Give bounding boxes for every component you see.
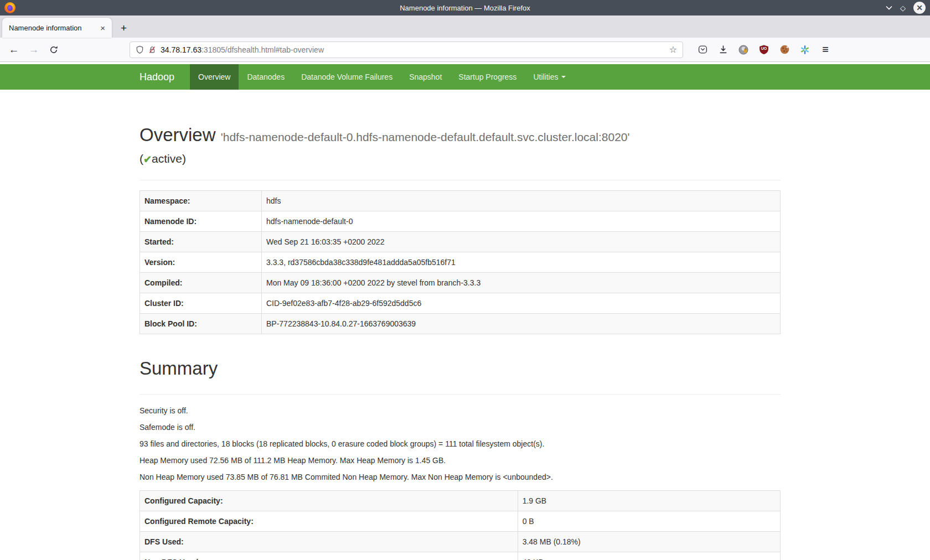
row-label: Block Pool ID: bbox=[140, 314, 262, 334]
maximize-icon[interactable]: ◇ bbox=[900, 4, 906, 12]
url-bar[interactable]: 34.78.17.63:31805/dfshealth.html#tab-ove… bbox=[130, 42, 683, 58]
new-tab-button[interactable]: + bbox=[112, 22, 133, 38]
page-content: Hadoop Overview Datanodes Datanode Volum… bbox=[0, 64, 930, 560]
row-value: 3.3.3, rd37586cbda38c338d9fe481addda5a05… bbox=[262, 252, 781, 273]
table-row: Version: 3.3.3, rd37586cbda38c338d9fe481… bbox=[140, 252, 781, 273]
hadoop-navbar: Hadoop Overview Datanodes Datanode Volum… bbox=[0, 64, 930, 90]
table-row: Block Pool ID: BP-772238843-10.84.0.27-1… bbox=[140, 314, 781, 334]
table-row: Non DFS Used: 40 KB bbox=[140, 552, 781, 560]
summary-paragraph: Security is off. bbox=[140, 406, 781, 416]
privacy-badger-icon[interactable] bbox=[737, 44, 750, 56]
row-value: CID-9ef02e83-afb7-4f28-ab29-6f592d5dd5c6 bbox=[262, 293, 781, 314]
table-row: Configured Capacity: 1.9 GB bbox=[140, 491, 781, 511]
shield-icon[interactable] bbox=[136, 45, 144, 54]
row-value: Wed Sep 21 16:03:35 +0200 2022 bbox=[262, 232, 781, 252]
navbar-brand[interactable]: Hadoop bbox=[140, 64, 182, 90]
tab-bar: Namenode information × + bbox=[0, 15, 930, 38]
url-host: 34.78.17.63 bbox=[161, 45, 202, 54]
tab-title: Namenode information bbox=[9, 24, 98, 32]
row-value: hdfs bbox=[262, 191, 781, 211]
minimize-icon[interactable] bbox=[886, 6, 892, 10]
row-value: 1.9 GB bbox=[518, 491, 780, 511]
table-row: Namenode ID: hdfs-namenode-default-0 bbox=[140, 211, 781, 232]
page-title: Overview 'hdfs-namenode-default-0.hdfs-n… bbox=[140, 124, 781, 148]
ublock-origin-icon[interactable]: UO bbox=[758, 44, 770, 56]
back-button[interactable]: ← bbox=[6, 42, 22, 58]
utilities-label: Utilities bbox=[533, 64, 558, 90]
namenode-state: (✔active) bbox=[140, 152, 781, 167]
table-row: Compiled: Mon May 09 18:36:00 +0200 2022… bbox=[140, 273, 781, 293]
row-label: DFS Used: bbox=[140, 532, 518, 552]
window-controls: ◇ ✕ bbox=[886, 0, 926, 15]
overview-heading: Overview bbox=[140, 125, 216, 145]
nav-tab-utilities[interactable]: Utilities bbox=[525, 64, 574, 90]
row-value: 3.48 MB (0.18%) bbox=[518, 532, 780, 552]
summary-paragraph: Heap Memory used 72.56 MB of 111.2 MB He… bbox=[140, 455, 781, 466]
row-value: hdfs-namenode-default-0 bbox=[262, 211, 781, 232]
nav-tab-datanodes[interactable]: Datanodes bbox=[239, 64, 293, 90]
row-value: 40 KB bbox=[518, 552, 780, 560]
close-icon[interactable]: ✕ bbox=[913, 2, 926, 14]
table-row: Cluster ID: CID-9ef02e83-afb7-4f28-ab29-… bbox=[140, 293, 781, 314]
summary-paragraph: Safemode is off. bbox=[140, 422, 781, 433]
namenode-address: 'hdfs-namenode-default-0.hdfs-namenode-d… bbox=[221, 131, 630, 143]
window-title: Namenode information — Mozilla Firefox bbox=[0, 4, 930, 12]
table-row: Configured Remote Capacity: 0 B bbox=[140, 511, 781, 532]
row-label: Namenode ID: bbox=[140, 211, 262, 232]
hamburger-menu-icon[interactable]: ≡ bbox=[819, 44, 831, 56]
summary-paragraph: 93 files and directories, 18 blocks (18 … bbox=[140, 439, 781, 449]
nav-tab-datanode-volume-failures[interactable]: Datanode Volume Failures bbox=[293, 64, 401, 90]
divider bbox=[140, 180, 781, 180]
window-titlebar: Namenode information — Mozilla Firefox ◇… bbox=[0, 0, 930, 15]
url-text[interactable]: 34.78.17.63:31805/dfshealth.html#tab-ove… bbox=[161, 45, 669, 54]
bookmark-star-icon[interactable]: ☆ bbox=[669, 44, 677, 55]
row-value: Mon May 09 18:36:00 +0200 2022 by stevel… bbox=[262, 273, 781, 293]
url-path: :31805/dfshealth.html#tab-overview bbox=[202, 45, 324, 54]
cookie-icon[interactable] bbox=[778, 44, 790, 56]
row-label: Version: bbox=[140, 252, 262, 273]
row-value: 0 B bbox=[518, 511, 780, 532]
row-label: Cluster ID: bbox=[140, 293, 262, 314]
row-label: Configured Remote Capacity: bbox=[140, 511, 518, 532]
row-label: Compiled: bbox=[140, 273, 262, 293]
row-label: Configured Capacity: bbox=[140, 491, 518, 511]
extension-asterisk-icon[interactable] bbox=[799, 44, 811, 56]
insecure-lock-icon[interactable] bbox=[148, 45, 156, 54]
capacity-table: Configured Capacity: 1.9 GB Configured R… bbox=[140, 490, 781, 560]
toolbar-extensions: UO ≡ bbox=[696, 44, 831, 56]
divider bbox=[140, 394, 781, 395]
ublock-label: UO bbox=[758, 46, 770, 50]
navbar-items: Overview Datanodes Datanode Volume Failu… bbox=[190, 64, 574, 90]
row-label: Non DFS Used: bbox=[140, 552, 518, 560]
summary-heading: Summary bbox=[140, 357, 781, 380]
pocket-icon[interactable] bbox=[696, 44, 709, 56]
table-row: Namespace: hdfs bbox=[140, 191, 781, 211]
overview-container: Overview 'hdfs-namenode-default-0.hdfs-n… bbox=[140, 124, 781, 560]
chevron-down-icon bbox=[561, 76, 566, 78]
table-row: DFS Used: 3.48 MB (0.18%) bbox=[140, 532, 781, 552]
tab-close-icon[interactable]: × bbox=[98, 23, 107, 33]
check-icon: ✔ bbox=[143, 154, 152, 165]
state-prefix: ( bbox=[140, 152, 143, 165]
firefox-logo-icon bbox=[4, 2, 16, 13]
summary-paragraph: Non Heap Memory used 73.85 MB of 76.81 M… bbox=[140, 472, 781, 483]
namenode-info-table: Namespace: hdfs Namenode ID: hdfs-nameno… bbox=[140, 190, 781, 334]
reload-button[interactable] bbox=[45, 42, 62, 58]
row-label: Started: bbox=[140, 232, 262, 252]
forward-button[interactable]: → bbox=[25, 42, 42, 58]
state-label: active) bbox=[152, 152, 186, 165]
nav-tab-snapshot[interactable]: Snapshot bbox=[401, 64, 450, 90]
browser-tab[interactable]: Namenode information × bbox=[2, 18, 112, 38]
nav-tab-overview[interactable]: Overview bbox=[190, 64, 239, 90]
table-row: Started: Wed Sep 21 16:03:35 +0200 2022 bbox=[140, 232, 781, 252]
row-label: Namespace: bbox=[140, 191, 262, 211]
downloads-icon[interactable] bbox=[717, 44, 729, 56]
nav-tab-startup-progress[interactable]: Startup Progress bbox=[450, 64, 525, 90]
row-value: BP-772238843-10.84.0.27-1663769003639 bbox=[262, 314, 781, 334]
navigation-toolbar: ← → 34.78.17.63:31805/dfshealth.html#tab… bbox=[0, 38, 930, 62]
